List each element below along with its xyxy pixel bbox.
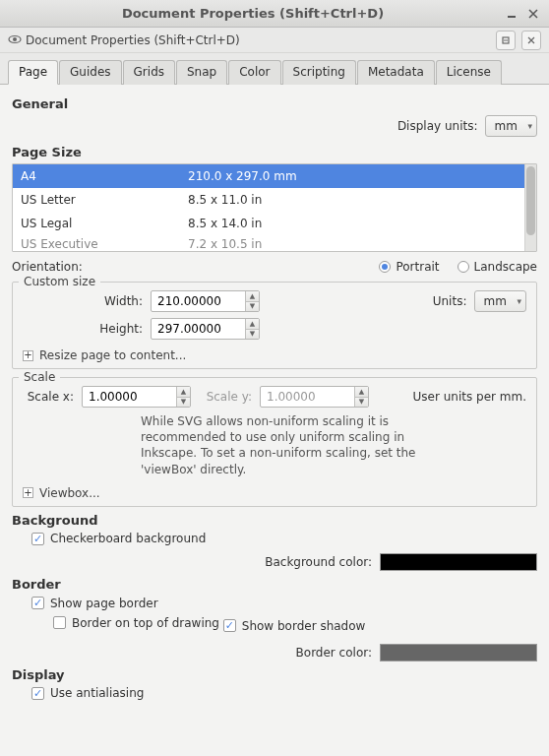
detach-button[interactable] — [496, 31, 516, 50]
close-button[interactable] — [525, 6, 541, 22]
custom-units-combo[interactable]: mm ▾ — [474, 290, 526, 312]
tab-scripting[interactable]: Scripting — [282, 60, 356, 85]
resize-to-content-expander[interactable]: + Resize page to content... — [23, 348, 186, 362]
chevron-down-icon: ▾ — [527, 121, 532, 131]
display-heading: Display — [12, 667, 537, 682]
background-heading: Background — [12, 513, 537, 528]
display-units-combo[interactable]: mm ▾ — [485, 115, 537, 137]
dock-subtitle: Document Properties (Shift+Ctrl+D) — [26, 33, 490, 47]
plus-icon: + — [23, 487, 33, 498]
chevron-up-icon: ▲ — [355, 387, 368, 398]
window-title: Document Properties (Shift+Ctrl+D) — [8, 6, 498, 21]
scale-legend: Scale — [19, 370, 60, 384]
radio-icon — [458, 261, 469, 273]
minimize-button[interactable] — [504, 6, 519, 22]
width-label: Width: — [23, 294, 151, 308]
table-row[interactable]: US Executive 7.2 x 10.5 in — [13, 235, 536, 253]
display-units-label: Display units: — [397, 119, 486, 133]
tab-metadata[interactable]: Metadata — [357, 60, 435, 85]
tab-guides[interactable]: Guides — [59, 60, 122, 85]
background-color-swatch[interactable] — [380, 553, 537, 571]
bg-color-label: Background color: — [265, 555, 380, 569]
orientation-label: Orientation: — [12, 260, 83, 274]
chevron-down-icon[interactable]: ▼ — [246, 302, 259, 312]
chevron-up-icon[interactable]: ▲ — [246, 291, 259, 302]
chevron-down-icon[interactable]: ▼ — [246, 330, 259, 340]
orientation-portrait-radio[interactable]: Portrait — [379, 260, 439, 274]
table-row[interactable]: US Legal 8.5 x 14.0 in — [13, 212, 536, 235]
units-label: Units: — [433, 294, 475, 308]
scale-x-input[interactable]: ▲▼ — [82, 386, 191, 408]
viewbox-expander[interactable]: + Viewbox... — [23, 486, 100, 500]
svg-point-2 — [13, 37, 17, 41]
tab-snap[interactable]: Snap — [176, 60, 227, 85]
checkbox-icon — [223, 619, 236, 632]
tab-grids[interactable]: Grids — [123, 60, 175, 85]
general-heading: General — [12, 96, 537, 111]
custom-size-fieldset: Custom size Width: ▲▼ Units: mm ▾ Height… — [12, 282, 537, 369]
show-border-checkbox[interactable]: Show page border — [31, 597, 158, 610]
scale-help-text: While SVG allows non-uniform scaling it … — [141, 413, 456, 477]
scale-y-input: ▲▼ — [260, 386, 369, 408]
tab-bar: Page Guides Grids Snap Color Scripting M… — [0, 53, 549, 85]
svg-rect-0 — [508, 16, 516, 18]
chevron-down-icon: ▾ — [517, 296, 521, 306]
dock-header: Document Properties (Shift+Ctrl+D) — [0, 28, 549, 53]
scale-y-label: Scale y: — [191, 390, 260, 404]
chevron-down-icon[interactable]: ▼ — [177, 398, 190, 408]
border-color-swatch[interactable] — [380, 644, 537, 662]
scale-x-label: Scale x: — [23, 390, 82, 404]
checkbox-icon — [31, 597, 44, 609]
border-heading: Border — [12, 577, 537, 592]
close-panel-button[interactable] — [521, 31, 541, 50]
scale-fieldset: Scale Scale x: ▲▼ Scale y: ▲▼ User units… — [12, 377, 537, 507]
antialias-checkbox[interactable]: Use antialiasing — [31, 686, 144, 700]
custom-size-legend: Custom size — [19, 275, 100, 288]
checkbox-icon — [53, 616, 66, 629]
chevron-up-icon[interactable]: ▲ — [246, 319, 259, 330]
checkbox-icon — [31, 687, 44, 700]
table-row[interactable]: A4 210.0 x 297.0 mm — [13, 164, 536, 188]
eye-icon — [8, 32, 24, 48]
checkerboard-checkbox[interactable]: Checkerboard background — [31, 532, 206, 545]
height-label: Height: — [23, 322, 151, 336]
tab-page[interactable]: Page — [8, 60, 58, 85]
user-units-note: User units per mm. — [413, 390, 526, 404]
tab-license[interactable]: License — [436, 60, 502, 85]
border-on-top-checkbox[interactable]: Border on top of drawing — [53, 616, 219, 630]
height-input[interactable]: ▲▼ — [151, 318, 260, 340]
radio-icon — [379, 261, 391, 273]
chevron-down-icon: ▼ — [355, 398, 368, 408]
show-shadow-checkbox[interactable]: Show border shadow — [223, 619, 366, 633]
orientation-landscape-radio[interactable]: Landscape — [458, 260, 537, 274]
window-titlebar: Document Properties (Shift+Ctrl+D) — [0, 0, 549, 28]
page-tab-content: General Display units: mm ▾ Page Size A4… — [0, 85, 549, 756]
border-color-label: Border color: — [296, 646, 380, 660]
checkbox-icon — [31, 533, 44, 545]
width-input[interactable]: ▲▼ — [151, 290, 260, 312]
page-size-list[interactable]: A4 210.0 x 297.0 mm US Letter 8.5 x 11.0… — [12, 163, 537, 252]
plus-icon: + — [23, 350, 33, 361]
scrollbar-thumb[interactable] — [526, 166, 535, 235]
page-size-heading: Page Size — [12, 145, 537, 159]
chevron-up-icon[interactable]: ▲ — [177, 387, 190, 398]
table-row[interactable]: US Letter 8.5 x 11.0 in — [13, 188, 536, 212]
scrollbar[interactable] — [524, 164, 536, 251]
tab-color[interactable]: Color — [228, 60, 280, 85]
